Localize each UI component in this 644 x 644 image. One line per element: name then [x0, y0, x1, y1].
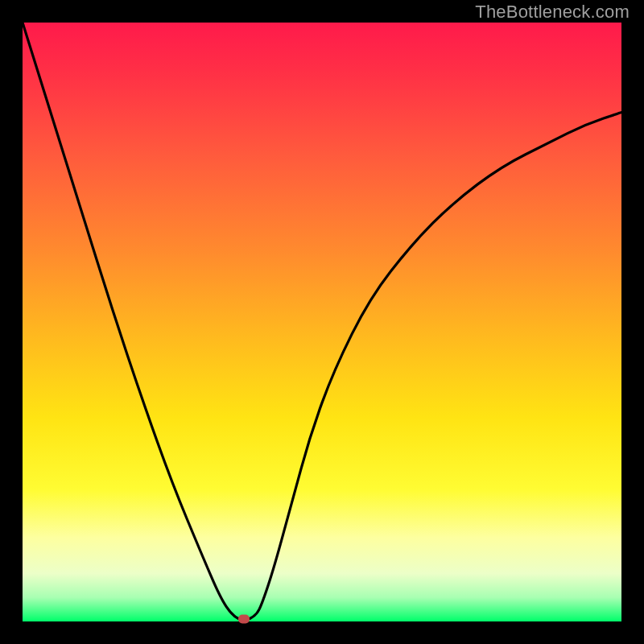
bottleneck-curve-path: [23, 23, 621, 620]
minimum-marker: [238, 615, 250, 624]
plot-area: [23, 23, 621, 621]
chart-container: TheBottleneck.com: [0, 0, 644, 644]
curve-svg: [23, 23, 621, 621]
watermark-text: TheBottleneck.com: [475, 2, 630, 23]
